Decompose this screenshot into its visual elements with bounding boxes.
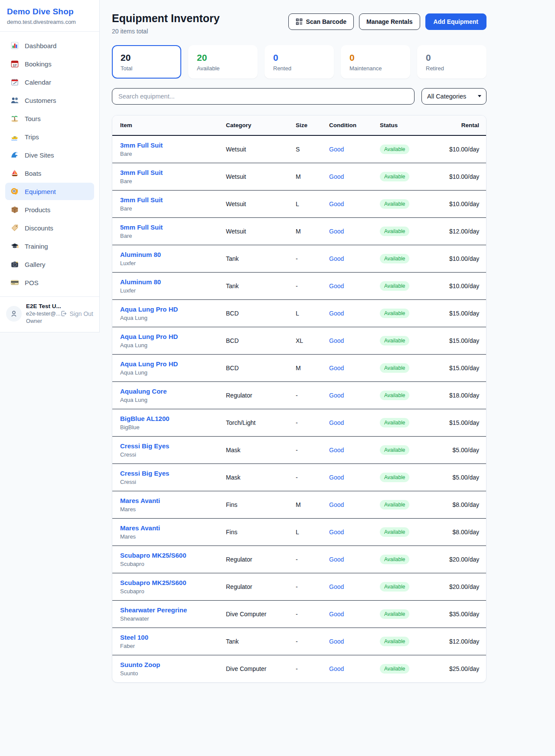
size-cell: M [291, 218, 324, 245]
status-badge: Available [380, 473, 409, 482]
sidebar-item-trips[interactable]: Trips [5, 128, 94, 145]
item-brand: Bare [120, 178, 215, 184]
sidebar-item-products[interactable]: Products [5, 201, 94, 218]
item-link[interactable]: Shearwater Peregrine [120, 606, 215, 614]
condition-link[interactable]: Good [329, 638, 344, 645]
graduation-cap-icon [10, 242, 19, 250]
item-link[interactable]: Cressi Big Eyes [120, 470, 215, 477]
item-link[interactable]: Aluminum 80 [120, 278, 215, 286]
rental-value: $20.00/day [444, 546, 486, 573]
category-cell: Regulator [221, 546, 291, 573]
status-badge: Available [380, 172, 409, 181]
item-brand: Cressi [120, 451, 215, 458]
condition-link[interactable]: Good [329, 146, 344, 153]
sidebar-item-label: Bookings [25, 60, 52, 68]
column-header-item: Item [112, 115, 221, 135]
item-link[interactable]: 3mm Full Suit [120, 169, 215, 176]
sidebar-item-divesites[interactable]: Dive Sites [5, 146, 94, 164]
rental-value: $20.00/day [444, 573, 486, 601]
category-cell: Mask [221, 464, 291, 491]
sidebar-item-calendar[interactable]: Calendar [5, 73, 94, 91]
item-link[interactable]: Scubapro MK25/S600 [120, 552, 215, 559]
stat-card-rented[interactable]: 0Rented [264, 45, 334, 79]
stat-card-total[interactable]: 20Total [112, 45, 181, 79]
sidebar-item-boats[interactable]: Boats [5, 164, 94, 182]
sidebar-item-equipment[interactable]: Equipment [5, 183, 94, 200]
item-link[interactable]: Suunto Zoop [120, 661, 215, 668]
condition-link[interactable]: Good [329, 447, 344, 454]
item-link[interactable]: 5mm Full Suit [120, 224, 215, 231]
status-badge: Available [380, 336, 409, 345]
condition-link[interactable]: Good [329, 529, 344, 536]
table-row: 3mm Full SuitBareWetsuitMGoodAvailable$1… [112, 163, 486, 191]
condition-link[interactable]: Good [329, 228, 344, 235]
condition-link[interactable]: Good [329, 255, 344, 262]
sidebar-item-tours[interactable]: Tours [5, 110, 94, 127]
item-brand: Mares [120, 506, 215, 513]
item-link[interactable]: Aluminum 80 [120, 251, 215, 258]
stat-value: 20 [121, 53, 173, 63]
add-equipment-button[interactable]: Add Equipment [425, 13, 486, 30]
condition-link[interactable]: Good [329, 201, 344, 207]
speedboat-icon [10, 132, 19, 141]
status-badge: Available [380, 445, 409, 455]
sidebar-item-dashboard[interactable]: Dashboard [5, 37, 94, 54]
condition-link[interactable]: Good [329, 173, 344, 180]
scan-barcode-button[interactable]: Scan Barcode [288, 13, 354, 30]
condition-link[interactable]: Good [329, 310, 344, 317]
sailboat-icon [10, 169, 19, 177]
condition-link[interactable]: Good [329, 474, 344, 481]
item-link[interactable]: Aqua Lung Pro HD [120, 333, 215, 340]
category-cell: Dive Computer [221, 655, 291, 683]
sidebar-item-label: Boats [25, 170, 41, 177]
column-header-condition: Condition [324, 115, 375, 135]
item-link[interactable]: BigBlue AL1200 [120, 415, 215, 422]
size-cell: - [291, 245, 324, 273]
sidebar-item-label: Equipment [25, 188, 56, 195]
category-select[interactable]: All Categories [421, 88, 486, 105]
sign-out-button[interactable]: Sign Out [60, 310, 93, 317]
condition-link[interactable]: Good [329, 583, 344, 590]
sidebar-item-gallery[interactable]: Gallery [5, 256, 94, 273]
item-link[interactable]: Scubapro MK25/S600 [120, 579, 215, 586]
credit-card-icon [10, 278, 19, 287]
item-link[interactable]: Aqualung Core [120, 388, 215, 395]
rental-value: $8.00/day [444, 491, 486, 519]
condition-link[interactable]: Good [329, 365, 344, 371]
stat-card-retired[interactable]: 0Retired [417, 45, 486, 79]
items-count: 20 items total [112, 28, 220, 35]
condition-link[interactable]: Good [329, 501, 344, 508]
sidebar-item-customers[interactable]: Customers [5, 92, 94, 109]
package-icon [10, 205, 19, 214]
item-link[interactable]: Aqua Lung Pro HD [120, 360, 215, 368]
item-link[interactable]: Aqua Lung Pro HD [120, 306, 215, 313]
condition-link[interactable]: Good [329, 556, 344, 563]
item-link[interactable]: Steel 100 [120, 634, 215, 641]
condition-link[interactable]: Good [329, 337, 344, 344]
search-input[interactable] [112, 88, 415, 105]
item-link[interactable]: Mares Avanti [120, 497, 215, 504]
svg-text:17: 17 [13, 63, 17, 67]
condition-link[interactable]: Good [329, 665, 344, 672]
item-link[interactable]: 3mm Full Suit [120, 196, 215, 204]
condition-link[interactable]: Good [329, 611, 344, 618]
size-cell: - [291, 273, 324, 300]
stat-card-available[interactable]: 20Available [188, 45, 258, 79]
condition-link[interactable]: Good [329, 419, 344, 426]
rental-value: $18.00/day [444, 382, 486, 409]
sidebar-item-bookings[interactable]: 17Bookings [5, 55, 94, 72]
condition-link[interactable]: Good [329, 392, 344, 399]
avatar [6, 306, 22, 322]
sidebar-item-training[interactable]: Training [5, 237, 94, 255]
brand-domain: demo.test.divestreams.com [7, 19, 92, 25]
item-link[interactable]: Cressi Big Eyes [120, 442, 215, 450]
manage-rentals-button[interactable]: Manage Rentals [359, 13, 420, 30]
user-name: E2E Test U... [26, 302, 56, 310]
condition-link[interactable]: Good [329, 283, 344, 289]
sidebar-item-discounts[interactable]: Discounts [5, 219, 94, 237]
item-link[interactable]: Mares Avanti [120, 524, 215, 532]
sidebar-item-pos[interactable]: POS [5, 274, 94, 291]
item-link[interactable]: 3mm Full Suit [120, 141, 215, 149]
calendar-date-icon: 17 [10, 59, 19, 68]
stat-card-maintenance[interactable]: 0Maintenance [341, 45, 410, 79]
